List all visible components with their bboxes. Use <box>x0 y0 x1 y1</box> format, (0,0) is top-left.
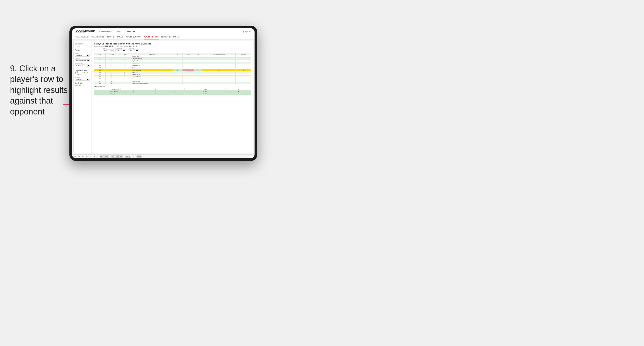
nav-tournaments[interactable]: TOURNAMENTS <box>99 30 112 33</box>
colour-dots <box>75 82 90 84</box>
left-sidebar: Last Updated: 27/03/2024 16:55:28 Player… <box>73 41 91 153</box>
overall-record-label: Overall Record: <box>94 45 105 47</box>
opponent-filter-select[interactable]: (All) <box>128 49 139 52</box>
tablet-frame: SCOREBOARD Powered by clippi TOURNAMENTS… <box>70 26 257 161</box>
bottom-toolbar: ↩ ↪ ⟳ ⊞ ⌑ ⟳ | View: Original Save Custom… <box>72 154 254 158</box>
conference-filter-select[interactable]: (All) <box>115 49 126 52</box>
region-filter-select[interactable]: (All) <box>102 49 114 52</box>
tab-player-h2h-heatmap[interactable]: PLAYER H2H HEATMAP <box>161 35 180 39</box>
logo: SCOREBOARD Powered by clippi <box>76 30 95 33</box>
nav-bar: SCOREBOARD Powered by clippi TOURNAMENTS… <box>72 28 254 35</box>
resize-button[interactable]: ⤢ <box>132 156 135 158</box>
table-row[interactable]: 31 Esther Lee <box>94 55 251 58</box>
table-row-selected[interactable]: 13 Jessica Huang 0 1 0 -3.00 2 <box>94 69 251 71</box>
out-of-division-title: Out of division <box>94 86 251 87</box>
layout-button[interactable]: ⌑ <box>90 156 92 158</box>
refresh-button[interactable]: ⟳ <box>82 156 84 158</box>
gender-select[interactable]: Women's <box>75 54 90 57</box>
radio-top100-input[interactable] <box>75 74 76 75</box>
share-button[interactable]: Share <box>136 156 142 158</box>
sync-button[interactable]: ⟳ <box>93 156 96 158</box>
col-header-tie: Tie <box>194 53 202 55</box>
grid-records: Overall Record: 353 - 34 - 6 Division Re… <box>94 45 251 47</box>
conference-filter-label: Conference <box>115 48 126 49</box>
table-row[interactable]: 1474 Eunice Yi <box>94 71 251 73</box>
list-item[interactable]: NAIA Division 1 15 0 0 9.267 30 <box>94 90 251 93</box>
radio-opponents-played[interactable]: Opponents Played <box>75 72 90 73</box>
division-record-label: Division Record: <box>117 45 128 47</box>
grid-title: Katelyn Vo Head-to-Head Grid for Women's… <box>94 43 251 45</box>
out-of-division: Out of division Foreign Team 1 0 0 4.500… <box>94 86 251 95</box>
last-updated: Last Updated: 27/03/2024 16:55:28 <box>75 42 90 48</box>
filter-opponent-group: Opponent (All) <box>128 48 139 52</box>
division-select[interactable]: NCAA Division III <box>75 59 90 62</box>
save-custom-view-button[interactable]: Save Custom View <box>110 156 123 158</box>
sidebar-player-title: Player <box>75 49 90 51</box>
grid-button[interactable]: ⊞ <box>86 156 88 158</box>
colour-label: Colour by <box>75 77 90 78</box>
col-header-opponent: Opponent <box>132 53 173 55</box>
grid-area: Katelyn Vo Head-to-Head Grid for Women's… <box>92 41 253 153</box>
logo-title: SCOREBOARD <box>76 30 95 32</box>
player-rank-label: Player (Rank) <box>75 63 90 64</box>
table-row[interactable]: 20117 Federica Domecq Lacroze <box>94 82 251 84</box>
tablet-screen: SCOREBOARD Powered by clippi TOURNAMENTS… <box>72 28 254 158</box>
redo-button[interactable]: ↪ <box>78 156 80 158</box>
sign-out-link[interactable]: Sign out <box>245 30 251 32</box>
nav-teams[interactable]: TEAMS <box>116 30 122 33</box>
col-header-loss: Loss <box>182 53 194 55</box>
view-original-button[interactable]: View: Original <box>100 156 109 158</box>
colour-label-up: Up <box>82 85 85 86</box>
table-row[interactable]: 1063 Andrea York <box>94 64 251 66</box>
opponent-filter-label: Opponent <box>128 48 139 49</box>
annotation-content: 9. Click on a player's row to highlight … <box>10 64 68 116</box>
filter-region-group: Region (All) <box>102 48 114 52</box>
table-row[interactable]: 19106 Emily Chang <box>94 80 251 82</box>
undo-button[interactable]: ↩ <box>74 156 76 158</box>
colour-label-level: Level <box>78 85 82 86</box>
table-row[interactable]: 522 Alexis Sudjianto <box>94 58 251 60</box>
radio-opponents-input[interactable] <box>75 72 76 73</box>
tab-team-summary[interactable]: TEAM SUMMARY <box>76 35 89 39</box>
tab-team-h2h-heatmap[interactable]: TEAM H2H HEATMAP <box>107 35 124 39</box>
colour-dot-up <box>80 82 82 84</box>
table-row[interactable]: 1585 Stella Cheng <box>94 73 251 76</box>
table-row[interactable]: 1822 Euna Lee <box>94 78 251 80</box>
colour-labels: Down Level Up <box>75 85 90 86</box>
table-row[interactable]: 1311 ▶Haeju Hyun <box>94 66 251 69</box>
tab-team-h2h-grid[interactable]: TEAM H2H GRID <box>92 35 104 39</box>
table-row[interactable]: 1691 Jessica Mason <box>94 76 251 78</box>
logo-subtitle: Powered by clippi <box>76 32 95 33</box>
colour-select[interactable]: Win/loss <box>75 78 90 81</box>
tab-player-summary[interactable]: PLAYER SUMMARY <box>126 35 141 39</box>
col-header-conf: # Conf <box>118 53 132 55</box>
region-filter-label: Region <box>102 48 114 49</box>
list-item[interactable]: Foreign Team 1 0 0 4.500 2 <box>94 88 251 90</box>
nav-right: | Sign out <box>244 30 251 32</box>
filter-conference-group: Conference (All) <box>115 48 126 52</box>
nav-committee[interactable]: COMMITTEE <box>125 30 135 33</box>
last-updated-label: Last Updated: 27/03/2024 <box>75 42 83 46</box>
watch-button[interactable]: Watch ▾ <box>125 155 131 158</box>
last-updated-time: 16:55:28 <box>75 46 80 47</box>
division-record-value: 331 - 34 - 6 <box>129 45 137 47</box>
filter-opponents: Opponents: <box>94 49 101 51</box>
opponent-view: Opponent view Opponents Played Top 100 <box>75 70 90 75</box>
colour-dot-down <box>75 82 77 84</box>
table-row[interactable]: 914 Sharon Mun <box>94 62 251 64</box>
ood-table: Foreign Team 1 0 0 4.500 2 NAIA Division… <box>94 88 251 95</box>
main-content: Last Updated: 27/03/2024 16:55:28 Player… <box>72 39 254 154</box>
col-header-rounds: Rounds <box>236 53 251 55</box>
sub-nav: TEAM SUMMARY TEAM H2H GRID TEAM H2H HEAT… <box>72 35 254 39</box>
table-row[interactable]: 613 Sydney Kuo <box>94 60 251 62</box>
overall-record-value: 353 - 34 - 6 <box>105 45 113 47</box>
tab-player-h2h-grid[interactable]: PLAYER H2H GRID <box>144 35 159 39</box>
list-item[interactable]: NCAA Division 2 5 0 0 7.400 10 <box>94 93 251 95</box>
colour-label-down: Down <box>75 85 78 86</box>
data-table: # Div # Reg # Conf Opponent Win Loss Tie… <box>94 53 251 84</box>
annotation-text: 9. Click on a player's row to highlight … <box>10 63 69 117</box>
radio-top100[interactable]: Top 100 <box>75 74 90 75</box>
nav-left: SCOREBOARD Powered by clippi TOURNAMENTS… <box>76 30 135 33</box>
filters-row: Opponents: Region (All) Conference (All) <box>94 48 251 52</box>
player-rank-select[interactable]: 8. Katelyn Vo <box>75 65 90 67</box>
